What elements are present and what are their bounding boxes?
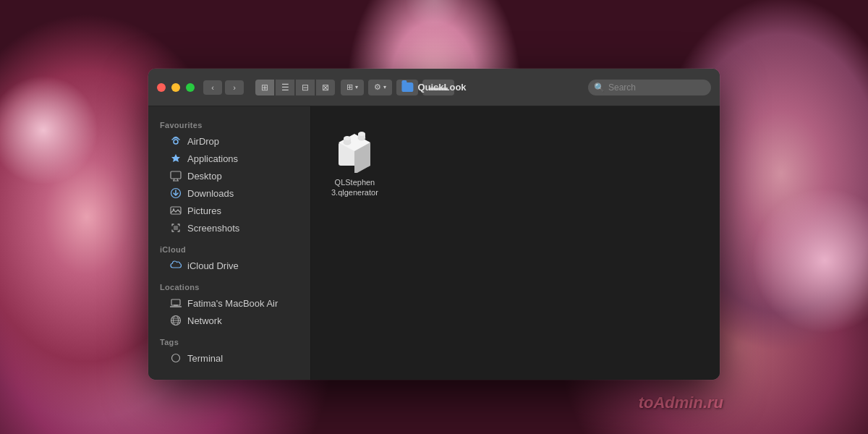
icloud-drive-label: iCloud Drive xyxy=(187,260,239,271)
macbook-label: Fatima's MacBook Air xyxy=(187,298,278,309)
applications-label: Applications xyxy=(187,153,238,164)
sidebar-item-terminal[interactable]: Terminal xyxy=(153,349,306,367)
search-input[interactable] xyxy=(608,82,705,93)
content-area: Favourites AirDrop Applicatio xyxy=(148,106,720,380)
minimize-button[interactable] xyxy=(171,83,180,92)
search-bar[interactable]: 🔍 xyxy=(588,80,711,95)
gear-icon: ⚙ xyxy=(374,82,381,92)
maximize-button[interactable] xyxy=(186,83,195,92)
close-button[interactable] xyxy=(157,83,166,92)
macbook-icon xyxy=(170,297,182,309)
view-icon-btn[interactable]: ⊞ xyxy=(255,80,274,95)
gear-chevron: ▾ xyxy=(383,84,386,90)
network-label: Network xyxy=(187,315,222,326)
view-group-icon-btn[interactable]: ⊞ ▾ xyxy=(341,80,364,95)
sidebar-item-downloads[interactable]: Downloads xyxy=(153,184,306,202)
svg-rect-10 xyxy=(171,299,180,305)
pictures-label: Pictures xyxy=(187,205,221,216)
svg-point-27 xyxy=(358,132,365,136)
svg-rect-9 xyxy=(174,226,178,230)
icloud-icon xyxy=(170,260,182,271)
network-icon xyxy=(170,315,182,326)
terminal-label: Terminal xyxy=(187,353,223,364)
tag-gray-icon xyxy=(170,352,182,364)
sidebar: Favourites AirDrop Applicatio xyxy=(148,106,311,380)
sidebar-item-screenshots[interactable]: Screenshots xyxy=(153,219,306,237)
view-list-btn[interactable]: ☰ xyxy=(276,80,294,95)
airdrop-label: AirDrop xyxy=(187,136,219,147)
sidebar-item-pictures[interactable]: Pictures xyxy=(153,202,306,219)
svg-point-18 xyxy=(172,354,180,362)
screenshots-label: Screenshots xyxy=(187,223,239,234)
search-icon: 🔍 xyxy=(594,82,605,93)
sidebar-header-icloud: iCloud xyxy=(148,237,310,257)
view-controls: ⊞ ☰ ⊟ ⊠ xyxy=(255,80,335,95)
folder-icon xyxy=(401,82,413,92)
svg-rect-7 xyxy=(171,207,181,214)
nav-buttons: ‹ › xyxy=(203,80,244,95)
sidebar-item-airdrop[interactable]: AirDrop xyxy=(153,132,306,150)
sidebar-item-applications[interactable]: Applications xyxy=(153,150,306,167)
file-label: QLStephen3.qlgenerator xyxy=(331,177,378,198)
downloads-label: Downloads xyxy=(187,188,234,199)
svg-point-24 xyxy=(344,136,351,140)
sidebar-header-tags: Tags xyxy=(148,329,310,349)
action-group[interactable]: ⚙ ▾ xyxy=(368,80,392,95)
downloads-icon xyxy=(170,187,182,199)
pictures-icon xyxy=(170,205,182,216)
window-title-group: QuickLook xyxy=(401,82,466,93)
sidebar-item-network[interactable]: Network xyxy=(153,312,306,329)
back-button[interactable]: ‹ xyxy=(203,80,222,95)
sidebar-item-macbook[interactable]: Fatima's MacBook Air xyxy=(153,294,306,312)
gear-btn[interactable]: ⚙ ▾ xyxy=(368,80,392,95)
watermark: toAdmin.ru xyxy=(639,393,723,412)
desktop-label: Desktop xyxy=(187,171,222,182)
sidebar-header-locations: Locations xyxy=(148,274,310,294)
view-gallery-btn[interactable]: ⊠ xyxy=(316,80,335,95)
svg-point-0 xyxy=(174,140,178,144)
applications-icon xyxy=(170,153,182,164)
sidebar-item-desktop[interactable]: Desktop xyxy=(153,167,306,184)
sidebar-item-icloud-drive[interactable]: iCloud Drive xyxy=(153,257,306,274)
file-area: QLStephen3.qlgenerator xyxy=(311,106,720,380)
desktop-icon xyxy=(170,170,182,182)
view-group-chevron: ▾ xyxy=(355,84,358,90)
finder-window: ‹ › ⊞ ☰ ⊟ ⊠ ⊞ ▾ ⚙ ▾ ⬆ xyxy=(148,69,720,380)
window-title: QuickLook xyxy=(417,82,466,93)
sidebar-header-favourites: Favourites xyxy=(148,112,310,132)
view-group-icon: ⊞ xyxy=(346,82,353,92)
title-bar: ‹ › ⊞ ☰ ⊟ ⊠ ⊞ ▾ ⚙ ▾ ⬆ xyxy=(148,69,720,106)
forward-button[interactable]: › xyxy=(225,80,244,95)
file-item-qlstephen[interactable]: QLStephen3.qlgenerator xyxy=(326,121,384,204)
view-column-btn[interactable]: ⊟ xyxy=(296,80,315,95)
traffic-lights xyxy=(157,83,195,92)
plugin-icon xyxy=(331,127,378,173)
svg-rect-1 xyxy=(171,171,181,179)
airdrop-icon xyxy=(170,135,182,147)
screenshots-icon xyxy=(170,222,182,234)
view-group-dropdown[interactable]: ⊞ ▾ xyxy=(341,80,364,95)
